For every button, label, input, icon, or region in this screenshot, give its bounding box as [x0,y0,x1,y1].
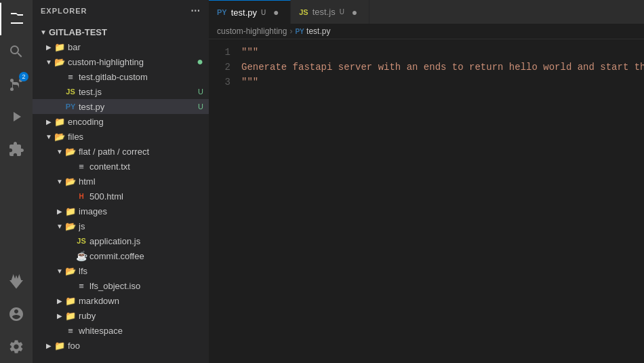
content-txt-icon: ≡ [76,161,87,172]
search-icon[interactable] [0,35,33,68]
tab-test-py[interactable]: PY test.py U ● [209,0,291,24]
breadcrumb-part-1[interactable]: custom-highlighting [217,26,287,36]
sidebar-item-lfs-object-iso[interactable]: ▶ ≡ lfs_object.iso [33,278,209,293]
tab-test-py-label: test.py [231,7,257,18]
line-number-3: 3 [209,75,241,90]
sidebar-item-files[interactable]: ▼ 📂 files [33,129,209,144]
flat-folder-icon: 📂 [65,147,76,157]
sidebar-item-test-gitlab-custom[interactable]: ▶ ≡ test.gitlab-custom [33,69,209,84]
files-label: files [68,132,209,142]
custom-highlighting-chevron: ▼ [43,58,54,66]
git-badge: 2 [19,72,28,81]
markdown-label: markdown [79,296,209,306]
500-html-label: 500.html [89,191,209,202]
coffee-icon: ☕ [76,250,87,261]
line-content-2: Generate fastapi server with an ends to … [241,60,644,75]
tab-test-js-label: test.js [313,7,336,17]
whitespace-icon: ≡ [65,326,76,336]
images-folder-icon: 📁 [65,206,76,216]
root-label: GITLAB-TEST [49,27,209,37]
sidebar-item-bar[interactable]: ▶ 📁 bar [33,39,209,54]
lfs-object-icon: ≡ [76,281,87,291]
editor-line-2: 2 Generate fastapi server with an ends t… [209,60,644,75]
sidebar-item-content-txt[interactable]: ▶ ≡ content.txt [33,159,209,174]
source-control-icon[interactable]: 2 [0,68,33,100]
js-file-icon: JS [65,88,76,96]
sidebar-item-html[interactable]: ▼ 📂 html [33,174,209,189]
line-number-2: 2 [209,60,241,75]
run-debug-icon[interactable] [0,100,33,133]
editor-line-1: 1 """ [209,45,644,60]
flask-icon[interactable] [0,265,33,298]
sidebar-item-js-folder[interactable]: ▼ 📂 js [33,218,209,233]
encoding-folder-icon: 📁 [54,117,65,127]
sidebar-item-custom-highlighting[interactable]: ▼ 📂 custom-highlighting ● [33,54,209,69]
sidebar-item-application-js[interactable]: ▶ JS application.js [33,233,209,248]
editor-area: PY test.py U ● JS test.js U ● custom-hig… [209,0,644,363]
tab-test-js[interactable]: JS test.js U ● [291,0,369,24]
tab-test-py-dirty: U [261,9,266,16]
breadcrumb-part-2[interactable]: PY test.py [295,26,330,36]
settings-icon[interactable] [0,330,33,363]
application-js-icon: JS [76,237,87,245]
line-number-1: 1 [209,45,241,60]
breadcrumb-py-icon: PY [295,28,304,35]
markdown-folder-icon: 📁 [65,296,76,306]
root-folder[interactable]: ▼ GITLAB-TEST [33,24,209,39]
foo-label: foo [68,341,209,351]
tab-js-icon: JS [299,8,308,16]
bar-label: bar [68,42,209,52]
svg-point-0 [10,79,14,82]
account-icon[interactable] [0,298,33,330]
sidebar-item-commit-coffee[interactable]: ▶ ☕ commit.coffee [33,248,209,263]
tab-test-py-close[interactable]: ● [270,6,282,18]
tab-test-js-dirty: U [340,8,344,16]
sidebar-title: Explorer [41,7,87,15]
application-js-label: application.js [89,236,209,246]
files-folder-icon: 📂 [54,132,65,142]
lfs-label: lfs [79,266,209,276]
sidebar-item-test-js[interactable]: ▶ JS test.js U [33,84,209,99]
sidebar-item-test-py[interactable]: ▶ PY test.py U [33,99,209,114]
sidebar-item-foo[interactable]: ▶ 📁 foo [33,338,209,353]
breadcrumb-separator: › [289,26,292,36]
tab-test-js-close[interactable]: ● [348,6,361,18]
sidebar-item-500-html[interactable]: ▶ H 500.html [33,189,209,204]
tab-py-icon: PY [217,8,227,16]
svg-point-1 [10,88,14,91]
breadcrumb: custom-highlighting › PY test.py [209,24,644,39]
line-content-3: """ [241,75,258,90]
foo-folder-icon: 📁 [54,341,65,351]
html-folder-icon: 📂 [65,176,76,187]
commit-coffee-label: commit.coffee [89,251,209,261]
bar-chevron: ▶ [43,43,54,51]
sidebar-item-lfs[interactable]: ▼ 📂 lfs [33,263,209,278]
files-icon[interactable] [0,3,33,35]
line-content-1: """ [241,45,258,60]
extensions-icon[interactable] [0,133,33,166]
test-js-label: test.js [79,87,198,97]
sidebar-item-ruby[interactable]: ▶ 📁 ruby [33,308,209,323]
new-file-icon[interactable]: ⋯ [190,5,201,16]
js-folder-label: js [79,221,209,231]
sidebar-item-encoding[interactable]: ▶ 📁 encoding [33,114,209,129]
sidebar-header: Explorer ⋯ [33,0,209,22]
flat-path-label: flat / path / correct [79,147,209,157]
ruby-folder-icon: 📁 [65,311,76,321]
sidebar-item-flat-path-correct[interactable]: ▼ 📂 flat / path / correct [33,144,209,159]
encoding-label: encoding [68,117,209,127]
sidebar-item-images[interactable]: ▶ 📁 images [33,204,209,218]
content-txt-label: content.txt [89,161,209,172]
editor-line-3: 3 """ [209,75,644,90]
sidebar-item-whitespace[interactable]: ▶ ≡ whitespace [33,323,209,338]
file-icon: ≡ [65,72,76,82]
sidebar-item-markdown[interactable]: ▶ 📁 markdown [33,293,209,308]
html-file-icon: H [76,193,87,200]
test-js-badge: U [198,88,203,96]
custom-highlighting-badge: ● [197,56,203,68]
test-gitlab-custom-label: test.gitlab-custom [79,72,209,82]
sidebar-tree: ▼ GITLAB-TEST ▶ 📁 bar ▼ 📂 custom-highlig… [33,22,209,363]
lfs-folder-icon: 📂 [65,266,76,276]
html-label: html [79,176,209,187]
editor-body[interactable]: 1 """ 2 Generate fastapi server with an … [209,39,644,363]
